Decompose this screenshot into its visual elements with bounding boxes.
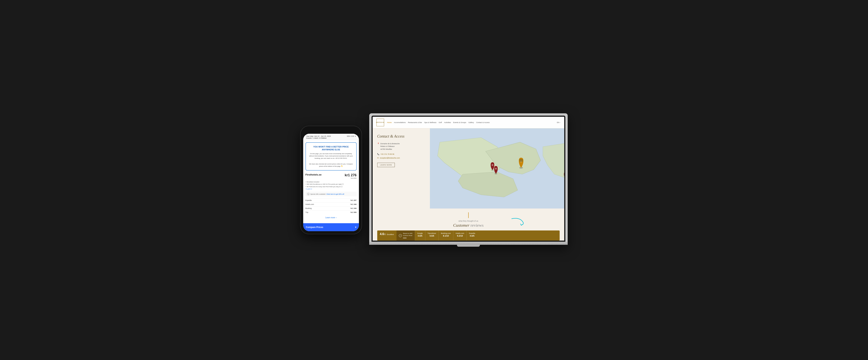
reviews-title-rest: reviews — [469, 223, 484, 228]
rating-source-expedia: Expedia 4.6/5 — [467, 230, 477, 241]
compare-name-hotelsdotcom: Hotels.com — [306, 203, 314, 205]
laptop-base — [369, 242, 568, 245]
learn-more-text[interactable]: Learn more — [326, 217, 335, 219]
reviews-subtitle: what they thought of us — [377, 220, 560, 222]
scene: Your stay: Jun 12 - Jun 13, 2023 SEK 0.0… — [301, 113, 568, 247]
contact-address: 📍 Domaine de la Bretesche Relais & Châte… — [377, 142, 425, 151]
main-label: Excellent — [387, 233, 394, 235]
address-line1: Domaine de la Bretesche — [380, 142, 400, 145]
contact-email: ✉ reception@bretesche.com — [377, 157, 425, 159]
compare-row-trip: Trip kr1 595 — [306, 210, 356, 214]
stay-info: Your stay: Jun 12 - Jun 13, 2023 SEK 0.0… — [306, 135, 356, 139]
phone-icon: 📞 — [377, 153, 379, 155]
hotel-name: Firsthotels.se — [306, 173, 322, 176]
nav-restaurants[interactable]: Restaurants & Bar — [408, 122, 422, 124]
verified-checkmark-icon: ✓ — [399, 234, 402, 237]
nav-bar: BRETESCHE Home Accomodations Restaurants… — [373, 117, 564, 128]
contact-title: Contact & Access — [377, 134, 425, 138]
chevron-down-icon[interactable]: ▾ — [355, 135, 356, 137]
rating-source-tripadvisor: TripAdvisor 4.5/5 — [425, 230, 438, 241]
perk-3: + 50 FirstCoins for every new First Hote… — [306, 186, 356, 188]
hotel-price-old: kr1 595 — [345, 177, 356, 179]
chevron-right-icon: › — [336, 217, 336, 219]
chevron-down-icon-btn: ▾ — [355, 226, 356, 229]
nav-golf[interactable]: Golf — [439, 122, 442, 124]
reviews-divider — [468, 212, 469, 218]
language-selector[interactable]: EN › — [557, 122, 560, 124]
hotel-logo: BRETESCHE — [376, 119, 384, 126]
perk-1: + Breakfast included — [306, 181, 356, 183]
best-price-text-1: On this page, you can book most convenie… — [308, 153, 354, 160]
reviews-title-script: Customer — [453, 223, 470, 228]
svg-point-4 — [495, 168, 497, 170]
compare-price-hotelsdotcom: kr1 346 — [350, 203, 356, 205]
address-line3: 44780 Missillac — [380, 148, 400, 151]
nav-home[interactable]: Home — [387, 122, 392, 124]
nav-contact[interactable]: Contact & Access — [476, 122, 490, 124]
compare-prices-button[interactable]: Compare Prices ▾ — [303, 223, 359, 231]
compare-prices-label[interactable]: Compare Prices — [306, 226, 323, 229]
compare-price-trip: kr1 595 — [350, 211, 356, 213]
stay-price: SEK 0.00 — [347, 135, 354, 137]
laptop-wrapper: BRETESCHE Home Accomodations Restaurants… — [369, 113, 568, 247]
offer-link[interactable]: Click here to get 20% off — [327, 193, 344, 195]
compare-row-expedia: Expedia kr1 287 — [306, 198, 356, 202]
hotel-row: Firsthotels.se kr1 276 kr1 595 — [306, 173, 356, 179]
special-offer: % Special offer available! Click here to… — [306, 192, 356, 196]
rating-source-booking: Booking.com 8.1/10 — [438, 230, 453, 241]
phone-content: YOU WON'T FIND A BETTER PRICE ANYWHERE E… — [303, 140, 359, 223]
perk-more[interactable]: +1 perk ∨ — [306, 188, 356, 190]
teal-arrow-icon — [509, 217, 527, 227]
compare-name-trip: Trip — [306, 211, 308, 213]
phone-number[interactable]: +33 2 51 76 86 96 — [380, 153, 394, 155]
perk-2: + 500 SAS EuroBonus or 300 SJ Prio point… — [306, 183, 356, 185]
read-more-link[interactable]: more — [403, 237, 406, 238]
compare-row-booking: Booking kr1 346 — [306, 206, 356, 210]
map-panel — [430, 128, 564, 208]
svg-point-2 — [492, 164, 493, 166]
svg-rect-7 — [519, 159, 523, 162]
laptop-device: BRETESCHE Home Accomodations Restaurants… — [369, 113, 568, 245]
hotel-price: kr1 276 — [345, 173, 356, 177]
rating-main-score: 4.6/5 Excellent — [377, 230, 397, 241]
verified-text: Based on 665 reviews Read more — [403, 232, 412, 239]
contact-panel: Contact & Access 📍 Domaine de la Bretesc… — [373, 128, 430, 208]
stay-guests: Guests: 1 Adult, 0 Children — [306, 137, 327, 139]
rating-verified: ✓ Based on 665 reviews Read more — [397, 230, 415, 241]
location-icon: 📍 — [377, 142, 379, 151]
learn-more-link[interactable]: Learn more › — [306, 217, 356, 219]
contact-learn-more-button[interactable]: LEARN MORE — [377, 163, 395, 167]
nav-links: Home Accomodations Restaurants & Bar Spa… — [387, 122, 554, 124]
compare-price-expedia: kr1 287 — [350, 199, 356, 201]
offer-text: Special offer available! — [310, 193, 326, 195]
best-price-box: YOU WON'T FIND A BETTER PRICE ANYWHERE E… — [306, 142, 356, 171]
nav-accommodations[interactable]: Accomodations — [394, 122, 406, 124]
phone-wrapper: Your stay: Jun 12 - Jun 13, 2023 SEK 0.0… — [301, 126, 362, 234]
rating-bar: 4.6/5 Excellent ✓ Based on 665 reviews R… — [377, 230, 560, 241]
rating-source-hotelsdotcom: Hotels.com 9.2/10 — [453, 230, 467, 241]
price-compare-list: Expedia kr1 287 Hotels.com kr1 346 Booki… — [306, 198, 356, 214]
stay-dates: Your stay: Jun 12 - Jun 13, 2023 — [306, 135, 331, 137]
nav-right: EN › — [557, 122, 560, 124]
offer-icon: % — [307, 193, 310, 195]
nav-activities[interactable]: Activities — [444, 122, 451, 124]
nav-gallery[interactable]: Gallery — [468, 122, 474, 124]
contact-phone: 📞 +33 2 51 76 86 96 — [377, 153, 425, 155]
compare-row-hotelsdotcom: Hotels.com kr1 346 — [306, 202, 356, 206]
laptop-screen: BRETESCHE Home Accomodations Restaurants… — [373, 117, 564, 241]
phone-screen: Your stay: Jun 12 - Jun 13, 2023 SEK 0.0… — [303, 134, 359, 231]
map-svg — [430, 128, 564, 208]
main-score: 4.6 — [380, 232, 384, 236]
hotel-website-content: Contact & Access 📍 Domaine de la Bretesc… — [373, 128, 564, 208]
reviews-title-row: Customer reviews — [377, 223, 560, 228]
compare-price-booking: kr1 346 — [350, 207, 356, 209]
reviews-section: what they thought of us Customer reviews — [373, 208, 564, 241]
email-address[interactable]: reception@bretesche.com — [380, 157, 400, 159]
map-background — [430, 128, 564, 208]
best-price-title: YOU WON'T FIND A BETTER PRICE ANYWHERE E… — [308, 145, 354, 151]
laptop-stand — [457, 245, 480, 247]
nav-events[interactable]: Events & Groups — [453, 122, 466, 124]
nav-spa[interactable]: Spa & Wellness — [424, 122, 436, 124]
compare-name-booking: Booking — [306, 207, 312, 209]
compare-name-expedia: Expedia — [306, 199, 312, 201]
